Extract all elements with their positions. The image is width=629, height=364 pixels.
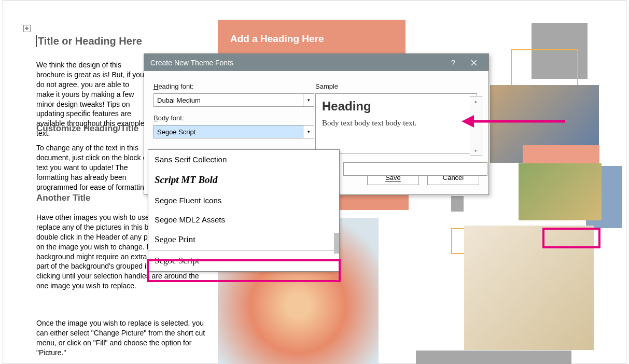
sample-preview: Heading Body text body text body text. xyxy=(315,93,477,153)
dialog-title: Create New Theme Fonts xyxy=(150,59,233,67)
close-icon[interactable] xyxy=(464,54,484,71)
font-option[interactable]: Script MT Bold xyxy=(148,169,339,191)
chevron-down-icon[interactable]: ▾ xyxy=(303,93,314,107)
font-option-selected[interactable]: Segoe Script xyxy=(148,250,339,271)
help-button[interactable]: ? xyxy=(443,54,464,71)
paragraph-replace[interactable]: Once the image you wish to replace is se… xyxy=(36,318,207,358)
photo-drawing xyxy=(464,226,594,350)
font-option[interactable]: Sans Serif Collection xyxy=(148,150,339,169)
gray-strip xyxy=(451,196,464,212)
scroll-down-icon[interactable]: ▾ xyxy=(474,148,477,153)
move-handle-icon[interactable]: ✥ xyxy=(23,25,31,32)
sample-body-text: Body text body text body text. xyxy=(322,119,470,128)
body-font-input[interactable] xyxy=(153,125,303,138)
sample-label: Sample xyxy=(315,82,477,90)
svg-marker-1 xyxy=(462,115,474,128)
sample-heading-text: Heading xyxy=(322,99,470,114)
body-font-combo[interactable]: ▾ xyxy=(153,125,314,138)
heading-font-combo[interactable]: ▾ xyxy=(153,93,314,107)
banner-heading-text: Add a Heading Here xyxy=(230,33,324,44)
annotation-arrow-icon xyxy=(462,111,565,134)
gray-footer xyxy=(416,351,571,364)
font-option[interactable]: Segoe MDL2 Assets xyxy=(148,210,339,229)
scroll-up-icon[interactable]: ▴ xyxy=(474,99,477,104)
body-font-dropdown[interactable]: Sans Serif Collection Script MT Bold Seg… xyxy=(148,149,340,272)
heading-customize[interactable]: Customize Heading/Title xyxy=(36,123,138,134)
banner-heading: Add a Heading Here xyxy=(218,20,406,54)
photo-crayons xyxy=(519,163,602,220)
dialog-titlebar[interactable]: Create New Theme Fonts ? xyxy=(144,54,488,71)
font-option[interactable]: Segoe Print xyxy=(148,229,339,250)
chevron-down-icon[interactable]: ▾ xyxy=(303,125,314,138)
heading-font-input[interactable] xyxy=(153,93,303,107)
font-option[interactable]: Segoe Fluent Icons xyxy=(148,191,339,210)
dropdown-scrollbar-thumb[interactable] xyxy=(334,233,339,254)
page-title[interactable]: Title or Heading Here xyxy=(36,35,142,47)
heading-another[interactable]: Another Title xyxy=(36,193,91,203)
name-input-strip[interactable] xyxy=(343,162,487,176)
paragraph-customize[interactable]: To change any of the text in this docume… xyxy=(36,143,158,192)
